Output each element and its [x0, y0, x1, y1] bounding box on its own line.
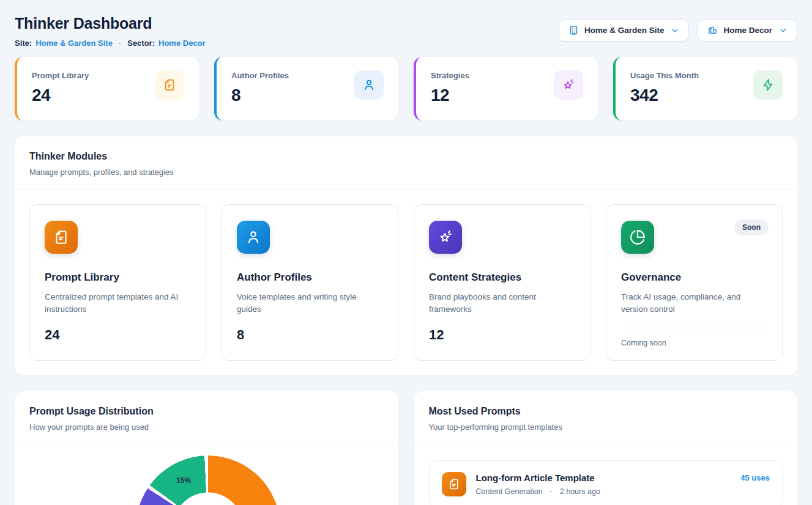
site-link[interactable]: Home & Garden Site — [35, 39, 113, 48]
stat-value: 24 — [32, 86, 89, 105]
most-used-prompts-card: Most Used Prompts Your top-performing pr… — [414, 391, 798, 505]
prompt-item-title: Long-form Article Template — [476, 473, 600, 483]
stat-label: Usage This Month — [630, 71, 699, 80]
document-icon — [45, 221, 78, 254]
thinker-modules-card: Thinker Modules Manage prompts, profiles… — [15, 136, 797, 375]
donut-chart-area: 15% — [15, 444, 398, 505]
bar-chart-icon — [707, 25, 718, 35]
header-selectors: Home & Garden Site Home Decor — [559, 19, 797, 42]
chevron-down-icon — [779, 26, 788, 35]
stat-value: 8 — [231, 86, 289, 105]
meta-separator: · — [550, 487, 553, 496]
donut-segment-label: 15% — [169, 476, 198, 485]
user-icon — [354, 70, 384, 100]
user-icon — [237, 221, 270, 254]
module-title: Author Profiles — [237, 271, 383, 284]
stat-text: Author Profiles 8 — [231, 69, 289, 108]
module-card-content-strategies[interactable]: Content Strategies Brand playbooks and c… — [414, 204, 590, 361]
soon-badge: Soon — [734, 219, 769, 235]
module-description: Track AI usage, compliance, and version … — [621, 291, 767, 315]
stat-value: 342 — [630, 86, 699, 105]
stat-label: Author Profiles — [231, 71, 289, 80]
bottom-row: Prompt Usage Distribution How your promp… — [15, 391, 797, 505]
site-label: Site: — [15, 39, 32, 48]
breadcrumb-separator: · — [119, 39, 121, 48]
module-title: Prompt Library — [45, 271, 191, 284]
document-icon — [442, 472, 466, 496]
pie-chart-icon — [621, 221, 654, 254]
module-card-author-profiles[interactable]: Author Profiles Voice templates and writ… — [222, 204, 398, 361]
stats-row: Prompt Library 24 Author Profiles 8 Stra… — [15, 57, 797, 120]
page-header: Thinker Dashboard Site: Home & Garden Si… — [15, 10, 797, 48]
sector-link[interactable]: Home Decor — [158, 39, 206, 48]
divider — [621, 328, 767, 328]
usage-subtitle: How your prompts are being used — [29, 422, 384, 432]
module-count: 24 — [45, 327, 191, 343]
modules-header: Thinker Modules Manage prompts, profiles… — [15, 136, 797, 190]
stat-card-author-profiles: Author Profiles 8 — [214, 57, 398, 120]
module-count: 12 — [429, 327, 575, 343]
prompts-subtitle: Your top-performing prompt templates — [429, 422, 783, 432]
document-icon — [155, 70, 184, 100]
prompt-time: 2 hours ago — [560, 487, 600, 496]
donut-chart[interactable] — [136, 455, 280, 505]
stat-label: Strategies — [431, 71, 469, 80]
sparkle-star-icon — [429, 221, 462, 254]
site-selector-label: Home & Garden Site — [584, 26, 665, 35]
prompts-list: Long-form Article Template Content Gener… — [414, 444, 798, 505]
prompt-category: Content Generation — [476, 487, 543, 496]
usage-header: Prompt Usage Distribution How your promp… — [15, 391, 398, 444]
stat-label: Prompt Library — [32, 71, 89, 80]
module-count: 8 — [237, 327, 383, 343]
sparkle-star-icon — [554, 70, 583, 100]
modules-title: Thinker Modules — [29, 151, 783, 162]
modules-body: Prompt Library Centralized prompt templa… — [15, 190, 797, 375]
module-card-governance[interactable]: Soon Governance Track AI usage, complian… — [606, 204, 783, 361]
site-selector-dropdown[interactable]: Home & Garden Site — [559, 19, 690, 42]
prompts-title: Most Used Prompts — [429, 406, 783, 417]
chevron-down-icon — [671, 26, 679, 35]
prompt-item-text: Long-form Article Template Content Gener… — [476, 473, 600, 496]
sector-selector-dropdown[interactable]: Home Decor — [698, 19, 797, 42]
stat-card-usage: Usage This Month 342 — [613, 57, 797, 120]
stat-card-prompt-library: Prompt Library 24 — [15, 57, 199, 120]
lightning-icon — [753, 70, 783, 100]
module-title: Content Strategies — [429, 271, 575, 284]
prompt-usage-card: Prompt Usage Distribution How your promp… — [15, 391, 398, 505]
usage-title: Prompt Usage Distribution — [29, 406, 384, 417]
modules-subtitle: Manage prompts, profiles, and strategies — [29, 168, 783, 177]
module-description: Centralized prompt templates and AI inst… — [45, 291, 191, 315]
page-title: Thinker Dashboard — [15, 15, 206, 32]
prompts-header: Most Used Prompts Your top-performing pr… — [414, 391, 798, 444]
sector-label: Sector: — [127, 39, 155, 48]
dashboard-page: Thinker Dashboard Site: Home & Garden Si… — [0, 0, 812, 505]
prompt-list-item[interactable]: Long-form Article Template Content Gener… — [429, 460, 783, 505]
prompt-uses-badge: 45 uses — [740, 473, 770, 482]
breadcrumb: Site: Home & Garden Site · Sector: Home … — [15, 39, 206, 48]
stat-value: 12 — [431, 86, 469, 105]
building-icon — [568, 25, 579, 35]
module-description: Brand playbooks and content frameworks — [429, 291, 575, 315]
sector-selector-label: Home Decor — [723, 26, 772, 35]
module-title: Governance — [621, 271, 767, 284]
stat-text: Prompt Library 24 — [32, 69, 89, 108]
header-left: Thinker Dashboard Site: Home & Garden Si… — [15, 10, 206, 48]
stat-text: Strategies 12 — [431, 69, 469, 108]
module-description: Voice templates and writing style guides — [237, 291, 383, 315]
stat-card-strategies: Strategies 12 — [414, 57, 598, 120]
prompt-item-meta: Content Generation · 2 hours ago — [476, 487, 600, 496]
module-card-prompt-library[interactable]: Prompt Library Centralized prompt templa… — [29, 204, 206, 361]
coming-soon-text: Coming soon — [621, 339, 767, 347]
stat-text: Usage This Month 342 — [630, 69, 699, 108]
